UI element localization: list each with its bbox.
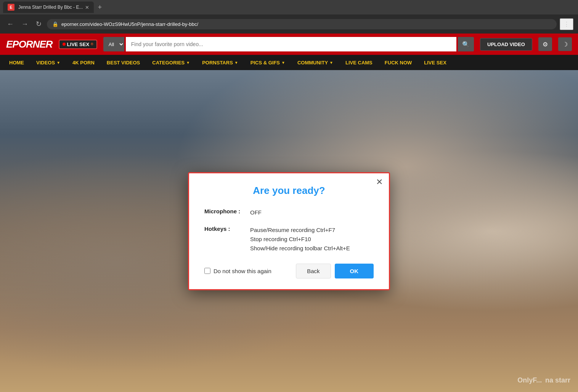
nav-menu: HOME VIDEOS ▼ 4K PORN BEST VIDEOS CATEGO… — [0, 55, 578, 70]
back-btn[interactable]: ← — [5, 19, 16, 29]
ok-button[interactable]: OK — [335, 264, 374, 278]
do-not-show-label: Do not show this again — [214, 268, 271, 274]
live-sex-sup: ® — [91, 42, 93, 46]
modal-overlay: ✕ Are you ready? Microphone : OFF Hotkey… — [0, 70, 578, 392]
videos-arrow-icon: ▼ — [56, 61, 60, 65]
settings-icon-btn[interactable]: ⚙ — [538, 37, 552, 51]
live-sex-label: LIVE SEX — [67, 42, 90, 47]
settings-btn[interactable]: ⋮ — [560, 18, 573, 30]
pornstars-arrow-icon: ▼ — [234, 61, 238, 65]
back-button[interactable]: Back — [296, 264, 331, 278]
modal-close-btn[interactable]: ✕ — [376, 178, 383, 186]
nav-item-categories[interactable]: CATEGORIES ▼ — [146, 55, 196, 70]
search-area: All 🔍 — [103, 37, 474, 51]
modal-box: ✕ Are you ready? Microphone : OFF Hotkey… — [188, 172, 390, 290]
refresh-btn[interactable]: ↻ — [34, 19, 44, 29]
active-tab[interactable]: E Jenna Starr Drilled By Bbc - E... ✕ — [3, 2, 94, 13]
nav-item-live-sex[interactable]: LIVE SEX — [418, 55, 453, 70]
hotkey-line-1: Pause/Resume recording Ctrl+F7 — [250, 226, 350, 235]
address-text: eporner.com/video-WOzS9HwU5nP/jenna-star… — [61, 21, 198, 27]
hotkey-line-2: Stop recording Ctrl+F10 — [250, 235, 350, 244]
forward-btn[interactable]: → — [19, 19, 31, 29]
community-arrow-icon: ▼ — [329, 61, 333, 65]
search-input[interactable] — [126, 37, 456, 51]
tab-close-btn[interactable]: ✕ — [85, 5, 89, 10]
new-tab-btn[interactable]: + — [95, 3, 104, 11]
tab-favicon: E — [8, 4, 14, 11]
nav-item-pornstars[interactable]: PORNSTARS ▼ — [196, 55, 244, 70]
upload-video-btn[interactable]: UPLOAD VIDEO — [480, 38, 532, 51]
nav-item-4kporn[interactable]: 4K PORN — [66, 55, 101, 70]
nav-item-community[interactable]: COMMUNITY ▼ — [291, 55, 339, 70]
search-button[interactable]: 🔍 — [458, 37, 474, 51]
microphone-label: Microphone : — [204, 208, 250, 214]
hotkeys-value: Pause/Resume recording Ctrl+F7 Stop reco… — [250, 226, 350, 253]
live-sex-badge[interactable]: LIVE SEX ® — [59, 40, 97, 49]
darkmode-icon-btn[interactable]: ☽ — [558, 37, 572, 51]
modal-footer: Do not show this again Back OK — [204, 264, 374, 278]
content-area: OnlyF... na starr ✕ Are you ready? Micro… — [0, 70, 578, 392]
modal-title: Are you ready? — [204, 185, 374, 197]
site-wrapper: EPORNER LIVE SEX ® All 🔍 UPLOAD VIDEO ⚙ … — [0, 34, 578, 392]
browser-chrome: E Jenna Starr Drilled By Bbc - E... ✕ + … — [0, 0, 578, 34]
nav-item-best-videos[interactable]: BEST VIDEOS — [101, 55, 146, 70]
browser-actions: ⋮ — [560, 18, 573, 30]
site-header: EPORNER LIVE SEX ® All 🔍 UPLOAD VIDEO ⚙ … — [0, 34, 578, 55]
modal-buttons: Back OK — [296, 264, 374, 278]
browser-nav-bar: ← → ↻ 🔒 eporner.com/video-WOzS9HwU5nP/je… — [0, 14, 578, 34]
hotkeys-row: Hotkeys : Pause/Resume recording Ctrl+F7… — [204, 226, 374, 253]
nav-item-pics-gifs[interactable]: PICS & GIFS ▼ — [244, 55, 291, 70]
site-logo[interactable]: EPORNER — [6, 38, 53, 50]
nav-item-videos[interactable]: VIDEOS ▼ — [30, 55, 66, 70]
hotkey-line-3: Show/Hide recording toolbar Ctrl+Alt+E — [250, 244, 350, 253]
do-not-show-checkbox[interactable] — [204, 268, 210, 274]
hotkeys-label: Hotkeys : — [204, 226, 250, 232]
live-dot — [63, 43, 66, 46]
microphone-value: OFF — [250, 208, 262, 217]
search-filter-select[interactable]: All — [103, 37, 124, 51]
pics-gifs-arrow-icon: ▼ — [281, 61, 285, 65]
tab-bar: E Jenna Starr Drilled By Bbc - E... ✕ + — [0, 0, 578, 14]
do-not-show-checkbox-label[interactable]: Do not show this again — [204, 268, 271, 274]
categories-arrow-icon: ▼ — [186, 61, 190, 65]
address-bar[interactable]: 🔒 eporner.com/video-WOzS9HwU5nP/jenna-st… — [47, 19, 557, 29]
lock-icon: 🔒 — [52, 21, 58, 27]
nav-item-live-cams[interactable]: LIVE CAMS — [339, 55, 379, 70]
tab-title: Jenna Starr Drilled By Bbc - E... — [18, 5, 83, 10]
nav-item-home[interactable]: HOME — [3, 55, 30, 70]
microphone-row: Microphone : OFF — [204, 208, 374, 217]
nav-item-fuck-now[interactable]: FUCK NOW — [379, 55, 418, 70]
